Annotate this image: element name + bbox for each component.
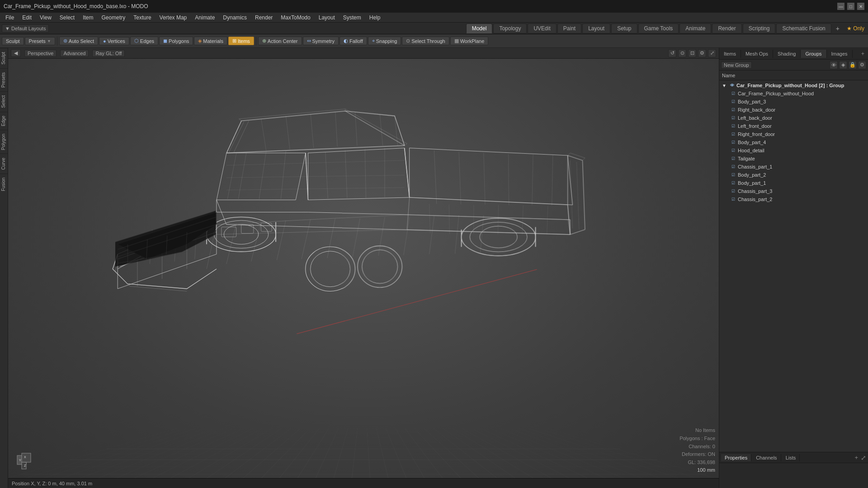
menu-dynamics[interactable]: Dynamics — [219, 14, 250, 22]
root-visibility-icon[interactable]: 👁 — [729, 82, 735, 89]
tree-item-11[interactable]: ☑ Body_part_1 — [719, 179, 868, 187]
menu-render[interactable]: Render — [251, 14, 276, 22]
tab-shading[interactable]: Shading — [773, 50, 801, 58]
tab-items[interactable]: Items — [719, 50, 741, 58]
viewport-nav-prev[interactable]: ◀ — [11, 49, 21, 57]
item9-visibility[interactable]: ☑ — [730, 164, 736, 170]
tab-groups[interactable]: Groups — [801, 50, 826, 58]
presets-button[interactable]: Presets ▼ — [25, 37, 55, 45]
sidebar-tab-select[interactable]: Select — [0, 91, 8, 112]
tree-item-13[interactable]: ☑ Chassis_part_2 — [719, 195, 868, 203]
br-tab-properties[interactable]: Properties — [721, 454, 751, 461]
edges-button[interactable]: ⬡ Edges — [130, 37, 158, 45]
symmetry-button[interactable]: ⇔ Symmetry — [303, 37, 339, 45]
viewport-raygl-btn[interactable]: Ray GL: Off — [92, 50, 125, 57]
minimize-button[interactable]: — — [837, 3, 844, 10]
tab-render[interactable]: Render — [712, 23, 741, 33]
sculpt-button[interactable]: Sculpt — [2, 37, 24, 45]
br-tab-lists[interactable]: Lists — [782, 454, 800, 461]
viewport-fit-icon[interactable]: ⊡ — [688, 49, 696, 57]
tree-item-4[interactable]: ☑ Left_front_door — [719, 122, 868, 130]
item3-visibility[interactable]: ☑ — [730, 115, 736, 121]
layouts-dropdown[interactable]: ▼ Default Layouts — [0, 24, 466, 33]
item10-visibility[interactable]: ☑ — [730, 172, 736, 178]
tree-item-2[interactable]: ☑ Right_back_door — [719, 106, 868, 114]
tree-item-0[interactable]: ☑ Car_Frame_Pickup_without_Hood — [719, 89, 868, 98]
menu-system[interactable]: System — [340, 14, 365, 22]
tab-mesh-ops[interactable]: Mesh Ops — [741, 50, 773, 58]
viewport-canvas[interactable]: No Items Polygons : Face Channels: 0 Def… — [8, 59, 719, 478]
item8-visibility[interactable]: ☑ — [730, 155, 736, 162]
vertices-button[interactable]: ● Vertices — [99, 37, 129, 45]
sidebar-tab-curve[interactable]: Curve — [0, 154, 8, 174]
tree-root[interactable]: ▼ 👁 Car_Frame_Pickup_without_Hood [2] : … — [719, 81, 868, 89]
br-tabs-add[interactable]: + — [854, 454, 858, 461]
snapping-button[interactable]: ⌖ Snapping — [368, 37, 401, 45]
item6-visibility[interactable]: ☑ — [730, 139, 736, 145]
items-button[interactable]: ⊞ Items — [228, 37, 254, 45]
item13-visibility[interactable]: ☑ — [730, 196, 736, 202]
sidebar-tab-edge[interactable]: Edge — [0, 112, 8, 130]
select-through-button[interactable]: ⊙ Select Through — [402, 37, 449, 45]
viewport-search-icon[interactable]: ⊙ — [678, 49, 686, 57]
menu-select[interactable]: Select — [56, 14, 78, 22]
tab-layout[interactable]: Layout — [582, 23, 610, 33]
item0-visibility[interactable]: ☑ — [730, 90, 736, 97]
item4-visibility[interactable]: ☑ — [730, 123, 736, 129]
tab-scripting[interactable]: Scripting — [743, 23, 776, 33]
tab-topology[interactable]: Topology — [493, 23, 527, 33]
viewport-refresh-icon[interactable]: ↺ — [668, 49, 676, 57]
tab-add-button[interactable]: + — [832, 23, 843, 33]
close-button[interactable]: ✕ — [857, 3, 864, 10]
menu-texture[interactable]: Texture — [130, 14, 155, 22]
menu-animate[interactable]: Animate — [191, 14, 218, 22]
tab-paint[interactable]: Paint — [557, 23, 581, 33]
falloff-button[interactable]: ◐ Falloff — [340, 37, 367, 45]
viewport-settings-icon[interactable]: ⚙ — [698, 49, 706, 57]
action-center-button[interactable]: ⊕ Action Center — [258, 37, 302, 45]
rp-eye-icon[interactable]: 👁 — [830, 61, 838, 69]
tree-item-10[interactable]: ☑ Body_part_2 — [719, 171, 868, 179]
menu-layout[interactable]: Layout — [315, 14, 339, 22]
item12-visibility[interactable]: ☑ — [730, 188, 736, 194]
panel-expand-icon[interactable]: ⤢ — [861, 454, 866, 461]
menu-vertexmap[interactable]: Vertex Map — [156, 14, 191, 22]
tab-schematic[interactable]: Schematic Fusion — [776, 23, 831, 33]
menu-geometry[interactable]: Geometry — [98, 14, 129, 22]
workplane-button[interactable]: ▦ WorkPlane — [450, 37, 489, 45]
tab-model[interactable]: Model — [466, 23, 493, 33]
tree-item-7[interactable]: ☑ Hood_detail — [719, 146, 868, 155]
auto-select-button[interactable]: ⊛ Auto Select — [59, 37, 98, 45]
groups-tree[interactable]: ▼ 👁 Car_Frame_Pickup_without_Hood [2] : … — [719, 80, 868, 452]
materials-button[interactable]: ◈ Materials — [194, 37, 227, 45]
menu-view[interactable]: View — [36, 14, 55, 22]
br-tab-channels[interactable]: Channels — [752, 454, 781, 461]
sidebar-tab-sculpt[interactable]: Sculpt — [0, 48, 8, 68]
menu-file[interactable]: File — [2, 14, 18, 22]
maximize-button[interactable]: □ — [847, 3, 854, 10]
tab-images[interactable]: Images — [827, 50, 853, 58]
tab-gametools[interactable]: Game Tools — [638, 23, 679, 33]
item2-visibility[interactable]: ☑ — [730, 107, 736, 113]
rp-settings-icon[interactable]: ⚙ — [858, 61, 866, 69]
viewport-expand-icon[interactable]: ⤢ — [708, 49, 716, 57]
tree-item-6[interactable]: ☑ Body_part_4 — [719, 138, 868, 146]
item5-visibility[interactable]: ☑ — [730, 131, 736, 137]
menu-item[interactable]: Item — [79, 14, 97, 22]
right-tabs-add[interactable]: + — [858, 49, 868, 58]
tab-animate[interactable]: Animate — [679, 23, 711, 33]
menu-maxtomodo[interactable]: MaxToModo — [277, 14, 314, 22]
tree-item-12[interactable]: ☑ Chassis_part_3 — [719, 187, 868, 195]
sidebar-tab-polygon[interactable]: Polygon — [0, 130, 8, 154]
rp-lock-icon[interactable]: 🔒 — [849, 61, 857, 69]
tree-item-5[interactable]: ☑ Right_front_door — [719, 130, 868, 138]
tree-item-9[interactable]: ☑ Chassis_part_1 — [719, 163, 868, 171]
polygons-button[interactable]: ◼ Polygons — [159, 37, 193, 45]
viewport-advanced-btn[interactable]: Advanced — [60, 50, 89, 57]
viewport-perspective-btn[interactable]: Perspective — [24, 50, 57, 57]
item1-visibility[interactable]: ☑ — [730, 99, 736, 105]
sidebar-tab-presets[interactable]: Presets — [0, 68, 8, 91]
sidebar-tab-fusion[interactable]: Fusion — [0, 174, 8, 195]
tree-item-1[interactable]: ☑ Body_part_3 — [719, 98, 868, 106]
tab-uvedit[interactable]: UVEdit — [528, 23, 556, 33]
